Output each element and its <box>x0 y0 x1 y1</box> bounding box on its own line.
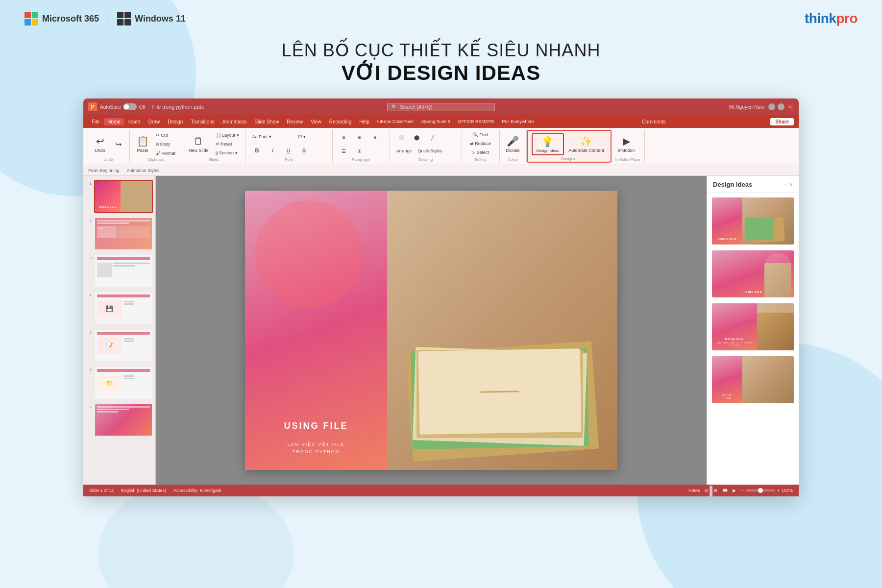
align-left-button[interactable]: ≡ <box>337 133 351 142</box>
menu-animations[interactable]: Animations <box>219 118 250 125</box>
arrange-button[interactable]: Arrange <box>394 147 415 155</box>
slide-preview-1[interactable]: USING FILE <box>94 180 153 213</box>
design-ideas-minimize-btn[interactable]: − <box>784 181 787 188</box>
shape-oval-button[interactable]: ⬤ <box>410 133 424 142</box>
cut-button[interactable]: ✂ Cut <box>153 131 178 139</box>
menu-slideshow[interactable]: Slide Show <box>251 118 282 125</box>
share-button[interactable]: Share <box>770 118 794 125</box>
design-idea-1[interactable]: USING FILE <box>711 196 795 245</box>
find-button[interactable]: 🔍 Find <box>470 131 490 139</box>
strikethrough-button[interactable]: S̶ <box>297 146 312 155</box>
replace-button[interactable]: ⇄ Replace <box>467 140 494 147</box>
design-ideas-panel: Design Ideas − × USING FILE <box>707 176 799 485</box>
slide2-line1 <box>97 220 150 221</box>
slide-thumb-1: 1 USING FILE <box>86 180 153 213</box>
slide-preview-4[interactable]: 💾 <box>94 292 153 325</box>
new-slide-button[interactable]: 🗒 New Slide <box>186 134 211 154</box>
menu-file[interactable]: File <box>88 118 103 125</box>
view-from-beginning[interactable]: From Beginning <box>88 168 120 173</box>
menu-ispring[interactable]: iSpring Suite 9 <box>418 118 454 125</box>
menu-review[interactable]: Review <box>283 118 306 125</box>
slide-preview-3[interactable] <box>94 254 153 288</box>
slides-panel: 1 USING FILE 2 Copy <box>83 176 156 485</box>
view-animation-styles[interactable]: Animation Styles <box>127 168 160 173</box>
shape-rect-button[interactable]: ⬜ <box>394 133 409 142</box>
comments-btn[interactable]: Comments <box>638 118 669 125</box>
section-button[interactable]: § Section ▾ <box>213 149 242 157</box>
menu-inkoe[interactable]: InKnoe ClassPoint <box>374 118 417 125</box>
menu-home[interactable]: Home <box>104 118 124 125</box>
inmotion-label: InMotion <box>618 148 635 153</box>
design-ideas-close-btn[interactable]: × <box>789 181 793 188</box>
zoom-out-button[interactable]: − <box>741 488 743 493</box>
view-slide-sorter-icon[interactable]: ⊞ <box>713 488 717 493</box>
slide-canvas: USING FILE LÀM VIỆC VỚI FILE TRONG PYTHO… <box>245 191 617 470</box>
copy-button[interactable]: ⧉ Copy <box>153 140 178 148</box>
header-divider <box>108 11 108 26</box>
minimize-button[interactable]: − <box>768 103 775 110</box>
numbering-button[interactable]: ① <box>352 147 367 155</box>
close-button[interactable]: × <box>787 103 794 110</box>
slide-right-image <box>387 191 617 470</box>
italic-button[interactable]: I <box>266 146 280 155</box>
reset-button[interactable]: ↺ Reset <box>213 140 242 148</box>
undo-button[interactable]: ↩ Undo <box>91 134 109 154</box>
font-buttons: Aa Font ▾ 12 ▾ B I U S̶ <box>250 131 328 157</box>
design-ideas-controls: − × <box>784 181 793 188</box>
slide-thumb-2: 2 Copy <box>86 217 153 250</box>
design-ideas-scrollbar-thumb <box>710 486 712 496</box>
menu-insert[interactable]: Insert <box>125 118 144 125</box>
autosave-label: AutoSave <box>100 104 121 110</box>
slide-preview-5[interactable]: 📝 <box>94 329 153 362</box>
select-button[interactable]: ▷ Select <box>469 148 491 156</box>
menu-recording[interactable]: Recording <box>326 118 355 125</box>
shape-line-button[interactable]: ╱ <box>425 133 440 142</box>
bold-button[interactable]: B <box>250 146 265 155</box>
slide-num-5: 5 <box>86 330 92 335</box>
menu-design[interactable]: Design <box>164 118 186 125</box>
view-reading-icon[interactable]: 📖 <box>722 488 728 493</box>
menu-poll[interactable]: Poll Everywhere <box>498 118 537 125</box>
notes-button[interactable]: Notes <box>688 488 700 493</box>
slide-preview-7[interactable] <box>94 403 153 437</box>
accessibility-info[interactable]: Accessibility: Investigate <box>173 488 221 493</box>
redo-button[interactable]: ↪ <box>111 138 125 150</box>
menu-view[interactable]: View <box>307 118 325 125</box>
layout-button[interactable]: ⬜ Layout ▾ <box>213 131 242 139</box>
align-right-button[interactable]: ≡ <box>368 133 383 142</box>
design-ideas-label: Design Ideas <box>537 148 560 153</box>
search-bar[interactable]: 🔍 Search (Alt+Q) <box>387 103 495 111</box>
menu-officeremote[interactable]: OFFICE REMOTE <box>454 118 497 125</box>
ribbon-group-designer: 💡 Design Ideas ✨ Automate Content Design… <box>527 130 612 163</box>
menu-help[interactable]: Help <box>356 118 373 125</box>
clipboard-buttons: 📋 Paste ✂ Cut ⧉ Copy 🖌 Format <box>134 131 178 157</box>
design-idea-2[interactable]: USING FILE <box>711 249 795 298</box>
thinkpro-accent: pro <box>836 11 858 26</box>
zoom-in-button[interactable]: + <box>777 488 780 493</box>
paste-button[interactable]: 📋 Paste <box>134 134 151 154</box>
view-presenter-icon[interactable]: ▶ <box>733 488 736 493</box>
slide6-header <box>97 369 150 372</box>
design-idea-3[interactable]: USING FILE LÀM VIỆC VỚI FILE TRONG PYTHO… <box>711 302 795 351</box>
quick-styles-button[interactable]: Quick Styles <box>416 147 445 155</box>
design-ideas-button[interactable]: 💡 Design Ideas <box>532 133 564 155</box>
font-name-select[interactable]: Aa Font ▾ <box>250 133 294 141</box>
bullets-button[interactable]: ☰ <box>337 147 351 155</box>
automate-content-button[interactable]: ✨ Automate Content <box>566 134 607 154</box>
dictate-button[interactable]: 🎤 Dictate <box>504 134 522 154</box>
font-size-select[interactable]: 12 ▾ <box>295 133 315 141</box>
maximize-button[interactable]: □ <box>778 103 784 110</box>
design-idea-4[interactable]: USING FILE <box>711 355 795 404</box>
zoom-slider[interactable] <box>746 490 775 491</box>
inmotion-button[interactable]: ▶ InMotion <box>615 134 637 154</box>
underline-button[interactable]: U <box>281 146 296 155</box>
menu-transitions[interactable]: Transitions <box>187 118 218 125</box>
win11-grid-2 <box>124 12 131 18</box>
autosave-toggle[interactable] <box>123 103 137 110</box>
slide-preview-6[interactable]: 📁 <box>94 366 153 399</box>
align-center-button[interactable]: ≡ <box>352 133 367 142</box>
slide-preview-2[interactable]: Copy <box>94 217 153 250</box>
menu-draw[interactable]: Draw <box>145 118 163 125</box>
view-normal-icon[interactable]: ⊡ <box>705 488 709 493</box>
format-painter-button[interactable]: 🖌 Format <box>153 149 178 157</box>
